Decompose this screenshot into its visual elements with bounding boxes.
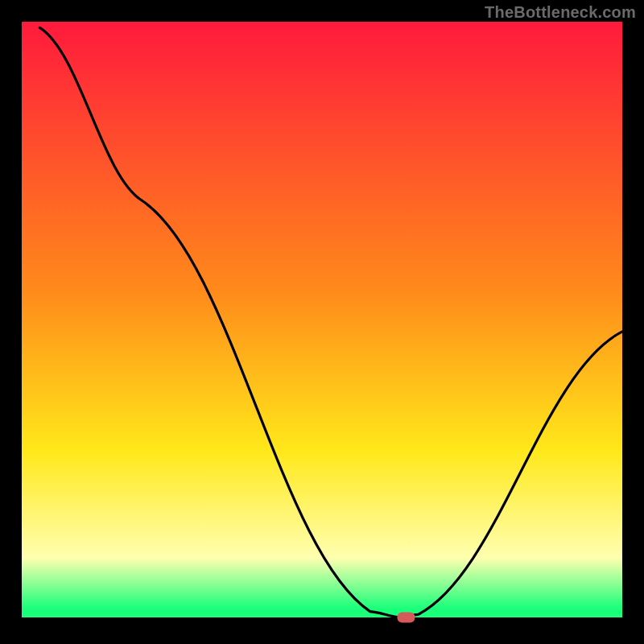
chart-frame: TheBottleneck.com bbox=[0, 0, 644, 644]
minimum-marker bbox=[397, 613, 415, 623]
watermark-text: TheBottleneck.com bbox=[485, 3, 636, 22]
plot-background bbox=[22, 22, 622, 617]
bottleneck-chart bbox=[0, 0, 644, 644]
